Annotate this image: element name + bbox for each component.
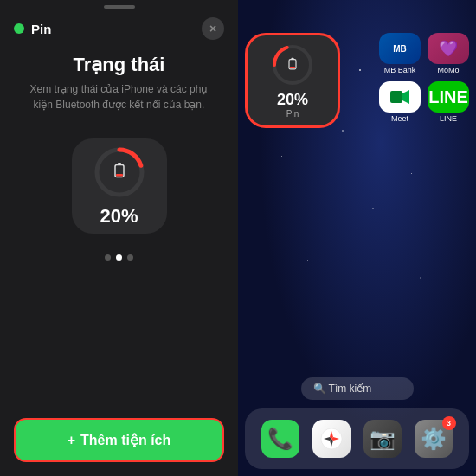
sheet-header: Pin ×: [0, 10, 238, 47]
settings-badge: 3: [442, 416, 456, 430]
battery-icon-right: [286, 57, 299, 74]
momo-label: MoMo: [437, 66, 459, 74]
line-label: LINE: [440, 114, 457, 123]
phone-icon: 📞: [267, 427, 293, 451]
dock-safari[interactable]: [312, 420, 351, 458]
star-7: [307, 260, 308, 261]
search-bar[interactable]: 🔍 Tìm kiếm: [301, 377, 414, 400]
app-momo[interactable]: 💜 MoMo: [428, 33, 469, 74]
star-3: [342, 130, 344, 132]
close-button[interactable]: ×: [202, 17, 224, 40]
search-label: 🔍 Tìm kiếm: [313, 383, 372, 395]
sheet-header-left: Pin: [14, 22, 51, 36]
page-dots: [105, 254, 133, 261]
battery-circle: [92, 145, 147, 200]
momo-icon: 💜: [428, 33, 469, 64]
dock-settings[interactable]: ⚙️ 3: [415, 420, 453, 458]
svg-rect-10: [390, 91, 402, 103]
add-button-label: Thêm tiện ích: [80, 432, 170, 448]
battery-percent-left: 20%: [100, 205, 138, 228]
card-title: Trạng thái: [74, 54, 165, 76]
battery-label-right: Pin: [286, 109, 299, 119]
app-grid: MB MB Bank 💜 MoMo Meet LINE: [379, 33, 469, 123]
app-mbbank[interactable]: MB MB Bank: [379, 33, 421, 74]
battery-icon: [111, 162, 128, 183]
scroll-indicator: [104, 5, 135, 9]
right-panel: 20% Pin MB MB Bank 💜 MoMo Mee: [238, 0, 476, 476]
battery-percent-right: 20%: [277, 91, 308, 109]
meet-label: Meet: [391, 114, 408, 123]
close-icon: ×: [209, 23, 216, 35]
star-8: [420, 277, 421, 279]
dock-camera[interactable]: 📷: [363, 420, 402, 458]
app-meet[interactable]: Meet: [379, 81, 421, 123]
plus-icon: +: [68, 433, 75, 448]
star-5: [372, 208, 374, 209]
dock-phone[interactable]: 📞: [261, 420, 299, 458]
svg-rect-4: [116, 174, 123, 177]
dock: 📞 📷 ⚙️ 3: [245, 408, 469, 469]
add-button-wrapper: + Thêm tiện ích: [14, 418, 224, 462]
star-6: [281, 156, 282, 157]
battery-widget-left: 20%: [72, 138, 167, 234]
battery-widget-right: 20% Pin: [245, 33, 340, 128]
dot-2: [116, 254, 122, 261]
left-panel: Pin × Trạng thái Xem trạng thái của iPho…: [0, 0, 238, 476]
meet-icon: [379, 81, 421, 113]
star-4: [411, 173, 412, 174]
dot-3: [127, 254, 133, 261]
mbbank-icon: MB: [379, 33, 421, 64]
card-subtitle: Xem trạng thái của iPhone và các phụ kiệ…: [0, 76, 238, 118]
camera-icon: 📷: [370, 427, 396, 451]
svg-rect-8: [291, 58, 293, 60]
svg-marker-11: [402, 90, 409, 104]
settings-icon: ⚙️: [421, 427, 447, 451]
svg-rect-9: [290, 67, 295, 68]
sheet-title: Pin: [31, 22, 51, 36]
battery-status-dot: [14, 23, 24, 34]
battery-circle-right: [270, 42, 315, 87]
star-1: [359, 69, 361, 71]
dot-1: [105, 254, 111, 261]
add-widget-button[interactable]: + Thêm tiện ích: [14, 418, 224, 462]
line-icon: LINE: [428, 81, 469, 113]
mbbank-label: MB Bank: [384, 66, 416, 74]
app-line[interactable]: LINE LINE: [428, 81, 469, 123]
